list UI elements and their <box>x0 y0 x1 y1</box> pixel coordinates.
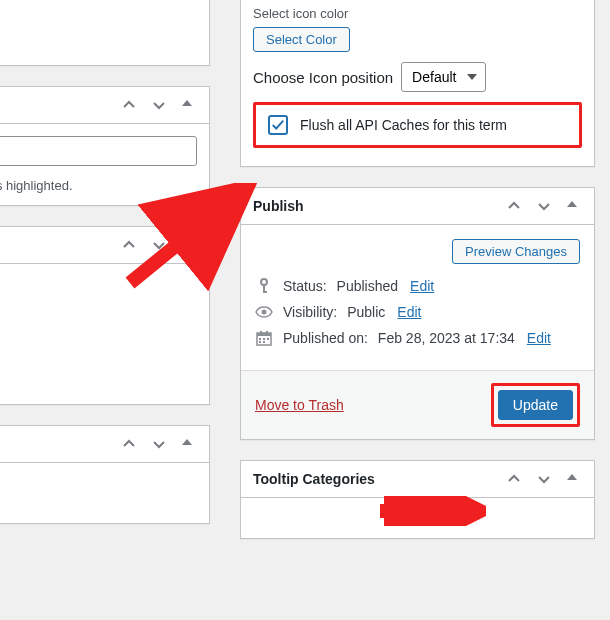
collapse-icon[interactable] <box>181 237 193 253</box>
collapse-icon[interactable] <box>181 436 193 452</box>
update-button[interactable]: Update <box>498 390 573 420</box>
icon-position-select[interactable]: Default <box>401 62 486 92</box>
visibility-edit-link[interactable]: Edit <box>397 304 421 320</box>
update-highlight: Update <box>491 383 580 427</box>
left-panel-2: is highlighted. <box>0 86 210 206</box>
calendar-icon <box>255 330 273 346</box>
svg-rect-11 <box>259 341 261 343</box>
highlighted-note: is highlighted. <box>0 178 73 193</box>
key-icon <box>255 278 273 294</box>
move-up-icon[interactable] <box>506 198 522 214</box>
select-color-button[interactable]: Select Color <box>253 27 350 52</box>
collapse-icon[interactable] <box>566 198 578 214</box>
flush-caches-checkbox[interactable] <box>268 115 288 135</box>
move-down-icon[interactable] <box>151 237 167 253</box>
flush-caches-highlight: Flush all API Caches for this term <box>253 102 582 148</box>
status-edit-link[interactable]: Edit <box>410 278 434 294</box>
svg-point-0 <box>261 279 267 285</box>
left-panel-3 <box>0 226 210 405</box>
visibility-key: Visibility: <box>283 304 337 320</box>
tooltip-categories-title: Tooltip Categories <box>253 471 506 487</box>
move-down-icon[interactable] <box>151 436 167 452</box>
select-icon-color-label: Select icon color <box>253 6 582 21</box>
svg-rect-6 <box>260 331 262 334</box>
move-up-icon[interactable] <box>121 436 137 452</box>
published-edit-link[interactable]: Edit <box>527 330 551 346</box>
flush-caches-label: Flush all API Caches for this term <box>300 117 507 133</box>
collapse-icon[interactable] <box>181 97 193 113</box>
svg-rect-7 <box>266 331 268 334</box>
publish-title: Publish <box>253 198 506 214</box>
move-up-icon[interactable] <box>506 471 522 487</box>
left-panel-4 <box>0 425 210 524</box>
tooltip-categories-header[interactable]: Tooltip Categories <box>241 461 594 498</box>
status-key: Status: <box>283 278 327 294</box>
move-up-icon[interactable] <box>121 237 137 253</box>
publish-header[interactable]: Publish <box>241 188 594 225</box>
svg-rect-10 <box>267 338 269 340</box>
left-panel-top <box>0 0 210 66</box>
svg-point-3 <box>262 310 267 315</box>
tooltip-categories-panel: Tooltip Categories <box>240 460 595 539</box>
icon-config-panel: Choose Icon Preview: Select icon color S… <box>240 0 595 167</box>
move-down-icon[interactable] <box>151 97 167 113</box>
preview-changes-button[interactable]: Preview Changes <box>452 239 580 264</box>
left-panel-3-header[interactable] <box>0 227 209 264</box>
publish-panel: Publish Preview Changes Status: Publishe… <box>240 187 595 440</box>
move-to-trash-link[interactable]: Move to Trash <box>255 397 344 413</box>
svg-rect-9 <box>263 338 265 340</box>
move-down-icon[interactable] <box>536 198 552 214</box>
svg-rect-12 <box>263 341 265 343</box>
move-down-icon[interactable] <box>536 471 552 487</box>
left-panel-2-header[interactable] <box>0 87 209 124</box>
icon-position-label: Choose Icon position <box>253 69 393 86</box>
published-value: Feb 28, 2023 at 17:34 <box>378 330 515 346</box>
left-panel-4-header[interactable] <box>0 426 209 463</box>
svg-rect-8 <box>259 338 261 340</box>
move-up-icon[interactable] <box>121 97 137 113</box>
status-value: Published <box>337 278 399 294</box>
collapse-icon[interactable] <box>566 471 578 487</box>
svg-rect-2 <box>263 291 267 293</box>
eye-icon <box>255 306 273 318</box>
published-key: Published on: <box>283 330 368 346</box>
visibility-value: Public <box>347 304 385 320</box>
svg-rect-5 <box>257 333 271 336</box>
left-panel-2-input[interactable] <box>0 136 197 166</box>
